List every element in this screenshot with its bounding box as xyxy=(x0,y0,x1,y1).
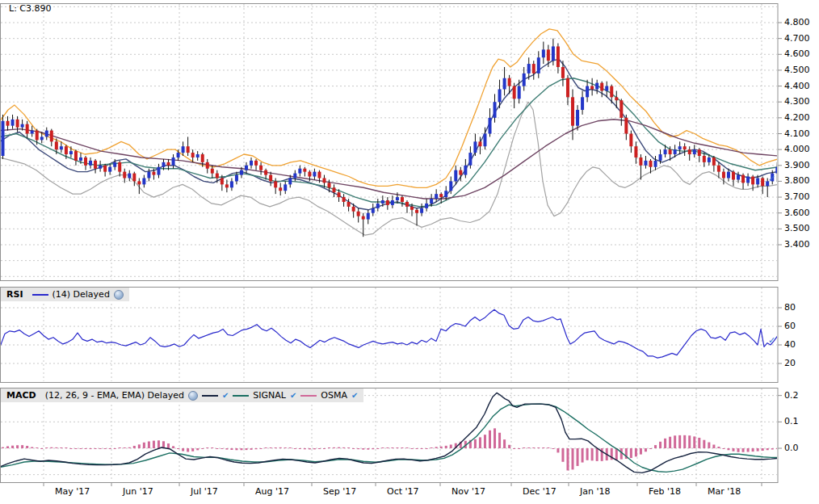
osma-bar xyxy=(206,447,208,448)
osma-bar xyxy=(572,448,574,469)
candle-body xyxy=(6,121,10,126)
candle-body xyxy=(152,172,155,175)
globe-icon[interactable] xyxy=(188,391,198,401)
osma-bar xyxy=(523,447,525,448)
osma-bar xyxy=(737,448,740,452)
osma-bar xyxy=(69,448,72,449)
candle-body xyxy=(259,166,262,170)
osma-bar xyxy=(752,448,754,452)
candle-body xyxy=(333,187,336,192)
candle-body xyxy=(137,181,141,184)
rsi-axis-label: 40 xyxy=(784,339,796,350)
chart-canvas[interactable]: ✓✓ xyxy=(0,0,819,504)
candle-body xyxy=(561,67,565,78)
candle-body xyxy=(264,170,267,175)
osma-bar xyxy=(6,446,9,448)
candle-body xyxy=(741,175,745,183)
candle-body xyxy=(518,86,521,99)
trading-chart[interactable]: ✓✓ L: C3.890 RSI (14) Delayed MACD (12, … xyxy=(0,0,819,504)
rsi-axis-label: 60 xyxy=(784,321,796,331)
candle-body xyxy=(50,131,53,142)
osma-bar xyxy=(133,446,136,448)
candle-body xyxy=(65,146,68,154)
osma-bar xyxy=(615,448,618,460)
candle-body xyxy=(649,161,652,167)
candle-body xyxy=(737,175,740,180)
signal-label: SIGNAL xyxy=(253,390,286,401)
osma-bar xyxy=(143,443,145,448)
candle-body xyxy=(220,178,224,185)
rsi-plot[interactable]: ✓ xyxy=(0,288,778,381)
candle-body xyxy=(386,200,389,205)
candle-body xyxy=(288,178,292,185)
price-axis-label: 4.300 xyxy=(784,96,810,107)
osma-bar xyxy=(678,435,681,448)
candle-body xyxy=(206,162,209,169)
candle-body xyxy=(659,154,662,161)
osma-bar xyxy=(742,448,745,452)
macd-plot[interactable] xyxy=(0,388,779,481)
osma-bar xyxy=(693,436,695,448)
candle-body xyxy=(118,162,121,172)
candle-body xyxy=(678,146,682,149)
osma-bar xyxy=(376,448,379,449)
price-axis-label: 3.400 xyxy=(784,239,810,250)
osma-bar xyxy=(527,447,530,448)
price-axis-label: 4.200 xyxy=(784,112,810,123)
osma-bar xyxy=(153,441,155,448)
candle-body xyxy=(362,216,365,220)
osma-bar xyxy=(124,447,126,448)
signal-checkbox-icon[interactable]: ✔ xyxy=(290,392,296,400)
candle-body xyxy=(391,200,394,205)
candle-body xyxy=(542,49,545,57)
candle-body xyxy=(347,202,351,207)
candle-body xyxy=(468,153,472,166)
candle-body xyxy=(425,204,428,208)
candle-body xyxy=(45,131,48,137)
osma-bar xyxy=(503,439,506,448)
globe-icon[interactable] xyxy=(114,290,124,300)
candle-body xyxy=(396,197,399,200)
osma-bar xyxy=(284,447,287,448)
month-label: Sep '17 xyxy=(323,486,356,497)
candle-body xyxy=(284,184,287,191)
osma-bar xyxy=(733,448,735,452)
osma-bar xyxy=(596,448,598,461)
osma-bar xyxy=(674,435,676,448)
osma-bar xyxy=(11,446,14,448)
osma-bar xyxy=(669,437,671,448)
osma-bar xyxy=(309,448,311,449)
candle-body xyxy=(21,124,24,128)
candle-body xyxy=(732,172,735,180)
osma-bar xyxy=(440,447,443,448)
candle-body xyxy=(703,156,706,162)
candle-body xyxy=(644,161,647,166)
candle-body xyxy=(664,149,667,154)
osma-bar xyxy=(148,441,150,448)
candle-body xyxy=(55,141,58,149)
candle-body xyxy=(274,181,277,187)
candle-body xyxy=(513,86,516,99)
osma-bar xyxy=(55,447,57,448)
macd-checkbox-icon[interactable]: ✔ xyxy=(222,392,229,400)
candle-body xyxy=(338,192,341,197)
candle-body xyxy=(449,181,452,191)
candle-body xyxy=(245,166,248,170)
osma-label: OSMA xyxy=(321,390,347,401)
osma-bar xyxy=(240,448,242,450)
price-plot[interactable]: ✓ xyxy=(0,4,779,279)
osma-checkbox-icon[interactable]: ✔ xyxy=(351,392,358,400)
osma-bar xyxy=(187,448,189,452)
osma-bar xyxy=(717,447,720,448)
osma-bar xyxy=(36,447,38,448)
candle-body xyxy=(172,158,175,166)
candle-body xyxy=(435,194,438,199)
candle-body xyxy=(688,149,691,154)
candle-body xyxy=(571,97,574,125)
osma-bar xyxy=(250,448,253,450)
osma-bar xyxy=(552,448,554,449)
osma-bar xyxy=(766,448,769,450)
candle-body xyxy=(132,174,136,182)
candle-body xyxy=(639,158,642,166)
candle-body xyxy=(669,149,672,154)
